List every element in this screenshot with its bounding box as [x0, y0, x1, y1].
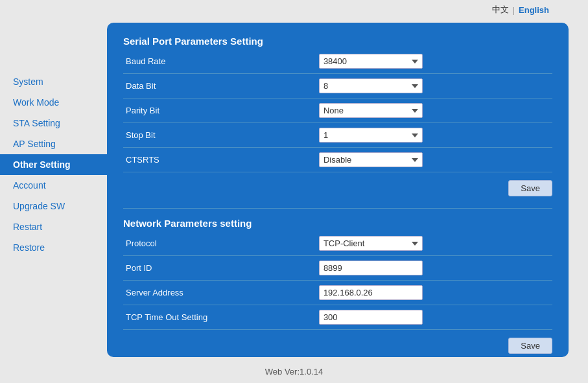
chinese-lang[interactable]: 中文	[492, 4, 509, 16]
language-selector: 中文 | English	[492, 4, 549, 16]
section-title: Network Parameters setting	[123, 218, 552, 229]
version-footer: Web Ver:1.0.14	[0, 367, 588, 377]
sidebar-item-upgrade-sw[interactable]: Upgrade SW	[0, 196, 107, 216]
field-select-0[interactable]: TCP-ClientTCP-ServerUDP	[319, 236, 423, 251]
sidebar: SystemWork ModeSTA SettingAP SettingOthe…	[0, 0, 107, 383]
save-button[interactable]: Save	[508, 338, 552, 354]
sidebar-item-system[interactable]: System	[0, 71, 107, 92]
field-input-2[interactable]	[319, 285, 423, 300]
field-select-0[interactable]: 9600192003840057600115200	[319, 54, 423, 69]
sidebar-item-account[interactable]: Account	[0, 175, 107, 196]
field-label-3: TCP Time Out Setting	[123, 305, 316, 330]
field-select-1[interactable]: 78	[319, 78, 423, 93]
sidebar-item-other-setting[interactable]: Other Setting	[0, 154, 107, 175]
field-label-1: Data Bit	[123, 74, 316, 99]
field-select-3[interactable]: 12	[319, 128, 423, 143]
field-select-4[interactable]: DisableEnable	[319, 152, 423, 167]
field-label-4: CTSRTS	[123, 148, 316, 172]
field-label-2: Server Address	[123, 281, 316, 305]
field-select-2[interactable]: NoneOddEven	[319, 103, 423, 118]
main-content: Serial Port Parameters SettingBaud Rate9…	[107, 23, 569, 357]
sidebar-item-work-mode[interactable]: Work Mode	[0, 92, 107, 113]
english-lang[interactable]: English	[519, 5, 549, 15]
section-title: Serial Port Parameters Setting	[123, 36, 552, 47]
version-text: Web Ver:1.0.14	[265, 367, 323, 377]
lang-separator: |	[513, 5, 515, 15]
sidebar-item-ap-setting[interactable]: AP Setting	[0, 133, 107, 154]
field-input-1[interactable]	[319, 261, 423, 275]
field-label-2: Parity Bit	[123, 99, 316, 123]
save-button[interactable]: Save	[508, 180, 552, 196]
sidebar-item-sta-setting[interactable]: STA Setting	[0, 113, 107, 133]
field-label-0: Protocol	[123, 231, 316, 256]
sidebar-item-restart[interactable]: Restart	[0, 216, 107, 237]
field-label-3: Stop Bit	[123, 123, 316, 148]
sidebar-item-restore[interactable]: Restore	[0, 237, 107, 258]
field-input-3[interactable]	[319, 310, 423, 325]
field-label-0: Baud Rate	[123, 49, 316, 74]
field-label-1: Port ID	[123, 256, 316, 281]
